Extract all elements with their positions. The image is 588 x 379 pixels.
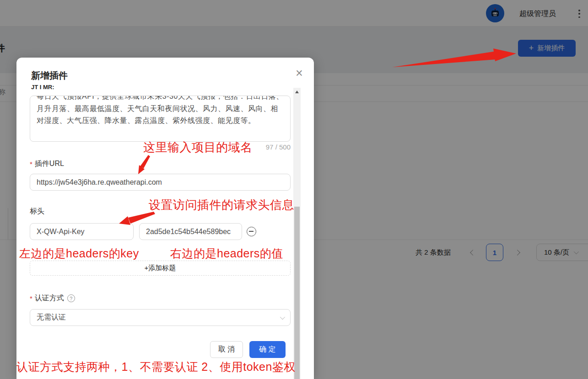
cancel-button[interactable]: 取 消 — [210, 341, 243, 358]
modal-title: 新增插件 — [31, 69, 68, 82]
annotation-key-hint: 左边的是headers的key — [19, 246, 139, 261]
auth-select[interactable]: 无需认证 — [30, 309, 291, 326]
confirm-button[interactable]: 确 定 — [249, 341, 286, 358]
url-input[interactable] — [30, 174, 291, 191]
remove-header-icon[interactable] — [247, 227, 256, 236]
annotation-domain-hint: 这里输入项目的域名 — [143, 139, 253, 155]
url-label: * 插件URL — [30, 159, 64, 169]
auth-label-text: 认证方式 — [35, 294, 64, 303]
header-value-input[interactable] — [139, 223, 242, 240]
url-label-text: 插件URL — [35, 159, 64, 169]
description-text: 每日天气预报API，提供全球城市未来3-30天天气预报，包括：日出日落、月升月落… — [37, 96, 284, 127]
headers-label: 标头 — [30, 207, 44, 216]
required-mark: * — [30, 294, 32, 302]
clipped-field-label: JT I MR: — [31, 84, 54, 91]
annotation-auth-hint: 认证方式支持两种，1、不需要认证 2、使用token鉴权 — [16, 359, 296, 374]
scrollbar-thumb[interactable] — [294, 207, 300, 379]
annotation-value-hint: 右边的是headers的值 — [170, 246, 283, 261]
description-textarea[interactable]: 每日天气预报API，提供全球城市未来3-30天天气预报，包括：日出日落、月升月落… — [30, 96, 291, 142]
scrollbar-up-icon[interactable] — [293, 88, 301, 96]
auth-select-value: 无需认证 — [37, 313, 66, 322]
modal-scrollbar[interactable] — [293, 88, 301, 379]
screen: 超级管理员 件 + 新增插件 称 共 2 条数据 1 10 条/页 新增插件 ×… — [0, 0, 588, 379]
annotation-headers-hint: 设置访问插件的请求头信息 — [149, 197, 294, 213]
add-plugin-modal: 新增插件 × JT I MR: 每日天气预报API，提供全球城市未来3-30天天… — [16, 58, 314, 379]
add-header-button[interactable]: +添加标题 — [30, 261, 291, 276]
auth-label: * 认证方式 ? — [30, 294, 75, 303]
chevron-down-icon — [280, 314, 285, 319]
required-mark: * — [30, 160, 32, 168]
help-icon[interactable]: ? — [67, 294, 75, 302]
headers-label-text: 标头 — [30, 207, 44, 216]
header-key-input[interactable] — [30, 223, 134, 240]
close-icon[interactable]: × — [292, 66, 307, 80]
